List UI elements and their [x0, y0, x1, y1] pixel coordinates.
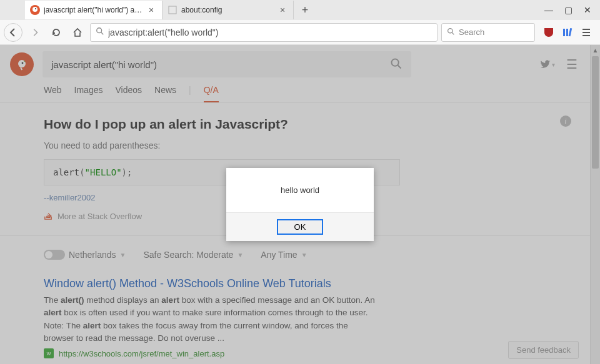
tab-title: about:config	[181, 6, 274, 14]
svg-point-6	[448, 28, 452, 32]
forward-button[interactable]	[26, 24, 44, 41]
tab-favicon-ddg	[30, 5, 40, 15]
svg-point-4	[97, 28, 102, 33]
url-bar[interactable]	[90, 23, 438, 42]
library-icon[interactable]	[561, 26, 574, 39]
window-maximize-icon[interactable]: ▢	[564, 5, 572, 15]
window-controls: — ▢ ✕	[544, 5, 600, 15]
search-placeholder: Search	[459, 27, 484, 37]
window-minimize-icon[interactable]: —	[544, 5, 553, 15]
alert-dialog: hello world OK	[226, 168, 374, 241]
search-icon	[447, 27, 455, 37]
tab-favicon-generic	[168, 5, 178, 15]
svg-line-7	[452, 32, 454, 34]
browser-toolbar: Search	[0, 20, 600, 45]
browser-tab-active[interactable]: javascript alert("hi world") at D ×	[25, 1, 162, 19]
hamburger-menu-icon[interactable]	[580, 26, 592, 39]
search-icon	[96, 27, 104, 37]
browser-tab[interactable]: about:config ×	[162, 1, 294, 19]
search-bar[interactable]: Search	[441, 23, 535, 42]
svg-rect-8	[563, 29, 565, 36]
url-input[interactable]	[108, 27, 432, 37]
page-viewport: javascript alert("hi world") ▾ ☰ Web Ima…	[0, 45, 600, 364]
svg-rect-3	[169, 6, 176, 14]
svg-point-1	[32, 7, 38, 12]
alert-button-row: OK	[226, 212, 374, 241]
tab-close-icon[interactable]: ×	[147, 6, 156, 14]
new-tab-button[interactable]: +	[296, 1, 314, 19]
reload-button[interactable]	[48, 24, 65, 41]
ublock-icon[interactable]	[542, 26, 555, 39]
alert-message: hello world	[226, 168, 374, 212]
tab-title: javascript alert("hi world") at D	[44, 6, 143, 14]
home-button[interactable]	[69, 24, 86, 41]
svg-rect-9	[566, 29, 568, 36]
back-button[interactable]	[4, 23, 22, 42]
window-close-icon[interactable]: ✕	[584, 5, 591, 15]
browser-tabstrip: javascript alert("hi world") at D × abou…	[0, 0, 600, 20]
tab-close-icon[interactable]: ×	[278, 6, 287, 14]
svg-line-5	[101, 32, 104, 35]
alert-ok-button[interactable]: OK	[277, 219, 323, 235]
svg-point-2	[35, 8, 36, 9]
svg-rect-10	[569, 27, 572, 36]
